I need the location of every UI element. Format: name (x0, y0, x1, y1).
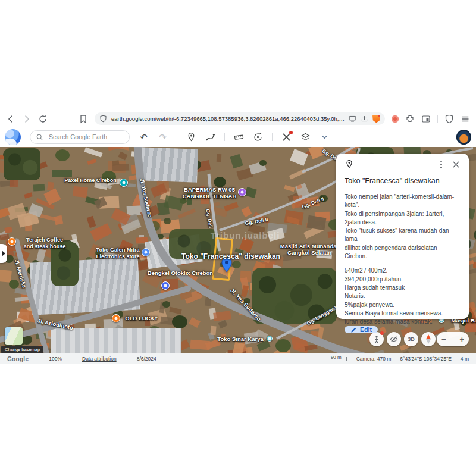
google-earth-toolbar: ↶ ↷ (0, 127, 476, 147)
camera-altitude: Camera: 470 m (356, 356, 392, 362)
coffee-shop-poi[interactable] (8, 237, 16, 246)
imagery-date: 8/6/2024 (137, 356, 156, 362)
zoom-out-button[interactable]: − (441, 335, 446, 344)
zoom-control: − + (437, 332, 469, 346)
sinar-karya-poi[interactable] (267, 336, 273, 342)
placemark-description-2: 540m2 / 400m2. 394,200,000rp /tahun. Har… (345, 267, 461, 326)
divider (437, 115, 438, 123)
recorder-extension-icon[interactable] (392, 115, 399, 123)
undo-icon[interactable]: ↶ (139, 132, 149, 142)
sidebar-icon[interactable] (421, 114, 431, 124)
electronics-store-poi[interactable] (142, 248, 150, 256)
measure-icon[interactable] (234, 132, 244, 142)
screenshot-page: earth.google.com/web/@-6.72349665,108.57… (0, 0, 476, 476)
orbit-icon[interactable] (253, 132, 263, 142)
adblock-extension-icon[interactable] (372, 115, 380, 123)
pegman-button[interactable] (369, 332, 384, 346)
forward-icon[interactable] (22, 114, 32, 124)
paxel-store-poi[interactable] (120, 178, 128, 187)
divider (177, 133, 177, 141)
search-box[interactable] (30, 130, 130, 144)
status-bar: Google 100% Data attribution 8/6/2024 90… (0, 353, 476, 364)
placemark-info-panel: Toko "Francesca" disewakan Toko nempel j… (336, 154, 469, 319)
divider (272, 133, 273, 141)
imagery-zoom: 100% (49, 356, 62, 362)
extensions-icon[interactable] (405, 114, 415, 124)
zoom-in-button[interactable]: + (459, 335, 464, 344)
layers-icon[interactable] (300, 132, 311, 142)
placemark-icon[interactable] (186, 132, 196, 142)
chevron-down-icon[interactable] (320, 132, 330, 142)
google-earth-logo[interactable] (5, 129, 21, 145)
protections-shield-icon[interactable] (444, 114, 454, 124)
cursor-coordinates: 6°43'24"S 108°34'25"E (400, 356, 452, 362)
panel-expand-handle[interactable] (0, 244, 7, 263)
satellite-map[interactable]: Paxel Home CirebonJl. Yos SudarsoBAPERMA… (0, 147, 476, 353)
map-scale-bar: 90 m (240, 357, 347, 361)
path-tool-icon[interactable] (205, 132, 215, 142)
account-avatar[interactable] (456, 130, 471, 145)
edit-button[interactable]: Edit (345, 326, 378, 333)
placemark-description: Toko nempel jalan "arteri-komersil-dalam… (345, 193, 461, 261)
bookmark-icon[interactable] (79, 114, 88, 124)
more-options-icon[interactable] (437, 160, 446, 169)
placemark-pin-icon[interactable] (221, 257, 232, 273)
old-lucky-poi[interactable] (112, 314, 120, 322)
close-icon[interactable] (452, 160, 461, 169)
placemark-icon (345, 159, 354, 169)
divider (224, 133, 225, 141)
browser-toolbar: earth.google.com/web/@-6.72349665,108.57… (0, 111, 476, 127)
send-to-device-icon[interactable] (349, 115, 356, 123)
menu-icon[interactable] (461, 114, 470, 124)
redo-icon[interactable]: ↷ (158, 132, 168, 142)
reload-icon[interactable] (38, 114, 48, 124)
back-icon[interactable] (6, 114, 15, 124)
address-bar[interactable]: earth.google.com/web/@-6.72349665,108.57… (95, 112, 385, 125)
bapermas-poi[interactable] (238, 188, 246, 196)
search-icon (36, 133, 43, 141)
tools-icon[interactable] (281, 132, 292, 142)
basemap-tooltip: Change basemap (1, 346, 43, 353)
3d-toggle-button[interactable]: 3D (404, 332, 418, 346)
ground-elevation: 4 m (461, 356, 469, 362)
data-attribution-link[interactable]: Data attribution (82, 356, 117, 362)
url-text[interactable]: earth.google.com/web/@-6.72349665,108.57… (111, 115, 345, 122)
basemap-thumbnail[interactable] (5, 327, 23, 345)
hide-labels-button[interactable] (387, 332, 401, 346)
google-logo: Google (7, 356, 29, 362)
parking-poi[interactable] (161, 281, 170, 290)
tracking-shield-icon[interactable] (99, 115, 107, 123)
compass[interactable] (421, 332, 436, 346)
placemark-title: Toko "Francesca" disewakan (345, 177, 461, 185)
share-icon[interactable] (361, 115, 368, 123)
search-input[interactable] (48, 133, 124, 141)
pencil-icon (350, 327, 357, 333)
